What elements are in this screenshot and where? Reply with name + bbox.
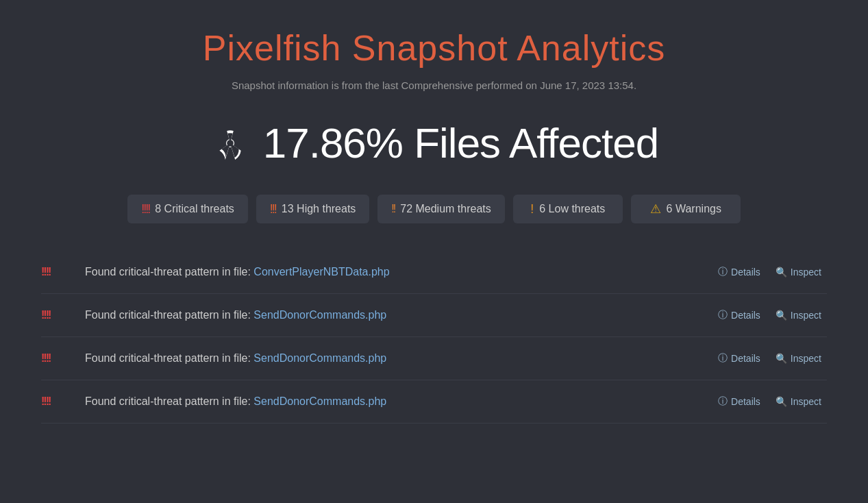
inspect-label: Inspect — [791, 353, 821, 364]
info-icon: ⓘ — [718, 266, 728, 278]
details-label: Details — [731, 310, 760, 321]
threat-message: Found critical-threat pattern in file: S… — [85, 352, 703, 365]
threat-filename: SendDonorCommands.php — [253, 352, 386, 364]
details-label: Details — [731, 353, 760, 364]
actions-group: ⓘ Details 🔍 Inspect — [712, 306, 827, 324]
threat-message: Found critical-threat pattern in file: S… — [85, 395, 703, 408]
badge-high: !!! 13 High threats — [256, 195, 370, 223]
details-label: Details — [731, 396, 760, 407]
threat-icon-critical: !!!! — [41, 309, 75, 321]
threat-icon-critical: !!!! — [41, 352, 75, 365]
inspect-label: Inspect — [791, 267, 821, 278]
threat-filename: SendDonorCommands.php — [253, 309, 386, 321]
details-button[interactable]: ⓘ Details — [712, 393, 766, 410]
threat-message: Found critical-threat pattern in file: C… — [85, 266, 703, 278]
actions-group: ⓘ Details 🔍 Inspect — [712, 393, 827, 410]
actions-group: ⓘ Details 🔍 Inspect — [712, 349, 827, 367]
search-icon: 🔍 — [776, 267, 787, 278]
page-wrapper: Pixelfish Snapshot Analytics Snapshot in… — [0, 0, 868, 451]
inspect-button[interactable]: 🔍 Inspect — [770, 350, 827, 367]
critical-count: 8 Critical threats — [155, 203, 234, 215]
table-row: !!!! Found critical-threat pattern in fi… — [41, 337, 827, 380]
threat-filename: ConvertPlayerNBTData.php — [253, 266, 389, 278]
inspect-label: Inspect — [791, 310, 821, 321]
badge-medium: !! 72 Medium threats — [377, 195, 504, 223]
details-label: Details — [731, 267, 760, 278]
badge-critical: !!!! 8 Critical threats — [127, 195, 248, 223]
info-icon: ⓘ — [718, 395, 728, 408]
page-title: Pixelfish Snapshot Analytics — [41, 27, 827, 69]
search-icon: 🔍 — [776, 310, 787, 321]
details-button[interactable]: ⓘ Details — [712, 349, 766, 367]
details-button[interactable]: ⓘ Details — [712, 263, 766, 281]
warnings-count: 6 Warnings — [667, 203, 721, 215]
threat-filename: SendDonorCommands.php — [253, 395, 386, 407]
details-button[interactable]: ⓘ Details — [712, 306, 766, 324]
medium-count: 72 Medium threats — [400, 203, 491, 215]
search-icon: 🔍 — [776, 396, 787, 407]
radiation-icon — [210, 123, 251, 164]
threat-message: Found critical-threat pattern in file: S… — [85, 309, 703, 321]
files-affected-text: 17.86% Files Affected — [263, 119, 659, 167]
critical-icon: !!!! — [141, 202, 149, 217]
inspect-button[interactable]: 🔍 Inspect — [770, 264, 827, 280]
subtitle: Snapshot information is from the last Co… — [41, 79, 827, 91]
table-row: !!!! Found critical-threat pattern in fi… — [41, 380, 827, 424]
threats-list: !!!! Found critical-threat pattern in fi… — [41, 251, 827, 424]
low-icon: ! — [530, 202, 534, 217]
info-icon: ⓘ — [718, 309, 728, 321]
actions-group: ⓘ Details 🔍 Inspect — [712, 263, 827, 281]
badge-warnings: ⚠ 6 Warnings — [631, 195, 741, 223]
info-icon: ⓘ — [718, 352, 728, 365]
high-icon: !!! — [270, 202, 276, 217]
search-icon: 🔍 — [776, 353, 787, 364]
threat-icon-critical: !!!! — [41, 395, 75, 408]
high-count: 13 High threats — [282, 203, 356, 215]
inspect-button[interactable]: 🔍 Inspect — [770, 307, 827, 323]
medium-icon: !! — [391, 203, 395, 215]
table-row: !!!! Found critical-threat pattern in fi… — [41, 294, 827, 337]
warning-icon: ⚠ — [650, 201, 661, 217]
threat-badges: !!!! 8 Critical threats !!! 13 High thre… — [41, 195, 827, 223]
table-row: !!!! Found critical-threat pattern in fi… — [41, 251, 827, 294]
inspect-button[interactable]: 🔍 Inspect — [770, 393, 827, 410]
inspect-label: Inspect — [791, 396, 821, 407]
low-count: 6 Low threats — [539, 203, 605, 215]
threat-icon-critical: !!!! — [41, 266, 75, 278]
badge-low: ! 6 Low threats — [513, 195, 623, 223]
files-affected-section: 17.86% Files Affected — [41, 119, 827, 167]
